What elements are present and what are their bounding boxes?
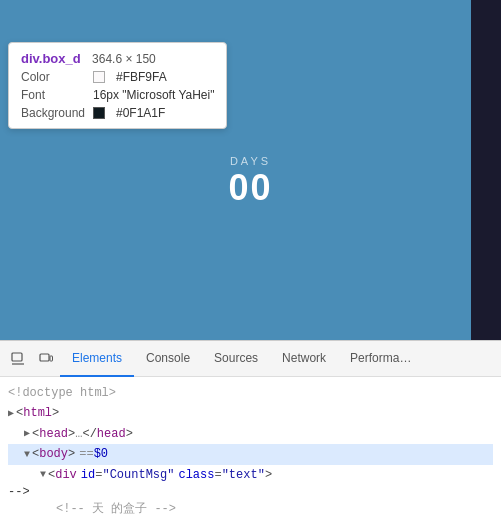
tooltip-color-label: Color — [21, 70, 85, 84]
head-ellipsis: … — [75, 424, 82, 444]
collapse-triangle-body[interactable]: ▼ — [24, 446, 30, 463]
code-line-body: ▼ <body> == $0 — [8, 444, 493, 464]
tooltip-bg-row: Background #0F1A1F — [21, 106, 214, 120]
html-tag: html — [23, 403, 52, 423]
head-open: < — [32, 424, 39, 444]
svg-rect-2 — [40, 354, 49, 361]
collapse-triangle-div[interactable]: ▼ — [40, 466, 46, 483]
tooltip-element-size: 364.6 × 150 — [92, 52, 156, 66]
html-open-bracket: < — [16, 403, 23, 423]
code-line-comment: <!-- 天 的盒子 --> — [8, 499, 493, 519]
cursor-icon[interactable] — [4, 341, 32, 377]
code-line-head: ▶ <head>…</head> — [8, 424, 493, 444]
devtools-tab-bar: Elements Console Sources Network Perform… — [0, 341, 501, 377]
svg-rect-3 — [50, 356, 53, 361]
tooltip-bg-label: Background — [21, 106, 85, 120]
tab-elements[interactable]: Elements — [60, 341, 134, 377]
svg-rect-0 — [12, 353, 22, 361]
days-value: 00 — [228, 167, 272, 209]
html-close-bracket: > — [52, 403, 59, 423]
code-line-doctype: <!doctype html> — [8, 383, 493, 403]
head-tag: head — [39, 424, 68, 444]
tooltip-element-name: div.box_d — [21, 51, 81, 66]
doctype-text: <!doctype html> — [8, 383, 116, 403]
collapse-triangle-head[interactable]: ▶ — [24, 425, 30, 442]
days-label: DAYS — [228, 155, 272, 167]
tooltip-font-value: 16px "Microsoft YaHei" — [93, 88, 214, 102]
devtools-panel: Elements Console Sources Network Perform… — [0, 340, 501, 528]
code-line-html: ▶ <html> — [8, 403, 493, 423]
code-line-div-countmsg: ▼ <div id="CountMsg" class="text" > — [8, 465, 493, 485]
devtools-code-panel[interactable]: <!doctype html> ▶ <html> ▶ <head>…</head… — [0, 377, 501, 528]
head-close: > — [68, 424, 75, 444]
inspect-tooltip: div.box_d 364.6 × 150 Color #FBF9FA Font… — [8, 42, 227, 129]
tooltip-color-row: Color #FBF9FA — [21, 70, 214, 84]
comment-text: <!-- 天 的盒子 --> — [56, 499, 176, 519]
tab-sources[interactable]: Sources — [202, 341, 270, 377]
tooltip-bg-value: #0F1A1F — [116, 106, 165, 120]
tooltip-font-row: Font 16px "Microsoft YaHei" — [21, 88, 214, 102]
tooltip-font-label: Font — [21, 88, 85, 102]
tab-network[interactable]: Network — [270, 341, 338, 377]
right-panel — [471, 0, 501, 340]
collapse-triangle-html[interactable]: ▶ — [8, 405, 14, 422]
color-swatch — [93, 71, 105, 83]
tab-console[interactable]: Console — [134, 341, 202, 377]
bg-swatch — [93, 107, 105, 119]
body-dollar: == — [79, 444, 93, 464]
tooltip-color-value: #FBF9FA — [116, 70, 167, 84]
device-icon[interactable] — [32, 341, 60, 377]
preview-inner: DAYS 00 — [228, 155, 272, 209]
tab-performance[interactable]: Performa… — [338, 341, 423, 377]
dollar-zero: $0 — [94, 444, 108, 464]
